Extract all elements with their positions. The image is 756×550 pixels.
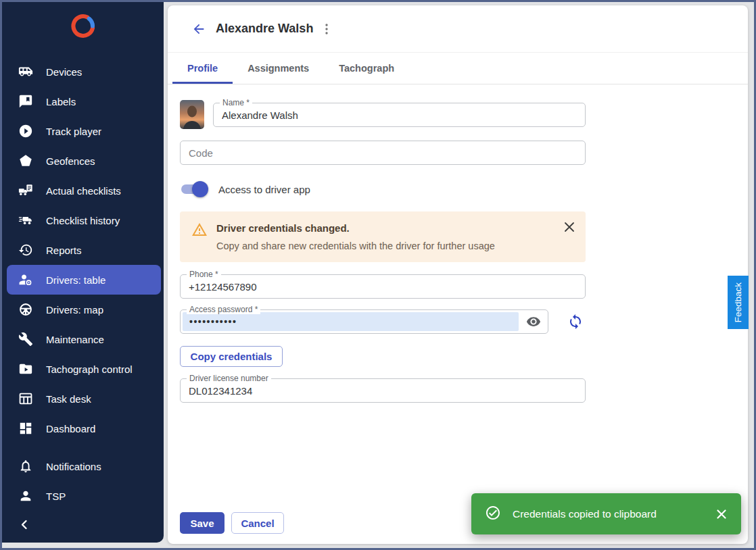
phone-field-label: Phone * <box>187 270 221 279</box>
sidebar-item-actual-checklists[interactable]: Actual checklists <box>2 176 164 205</box>
cancel-button[interactable]: Cancel <box>231 512 284 534</box>
save-button[interactable]: Save <box>180 512 225 534</box>
shuttle-truck-icon <box>18 64 33 79</box>
profile-form: Name * Access to driver app Dr <box>168 84 748 403</box>
back-button[interactable] <box>191 21 207 37</box>
warning-icon <box>191 222 208 251</box>
tab-tachograph[interactable]: Tachograph <box>324 53 409 84</box>
driver-app-toggle[interactable] <box>180 183 207 195</box>
tab-profile[interactable]: Profile <box>172 53 233 84</box>
dashboard-icon <box>18 421 33 436</box>
banner-close-icon[interactable] <box>563 221 575 233</box>
history-icon <box>18 243 33 257</box>
sidebar-item-notifications[interactable]: Notifications <box>2 451 164 481</box>
driver-avatar[interactable] <box>180 100 204 129</box>
banner-message: Copy and share new credentials with the … <box>216 241 495 251</box>
license-field-label: Driver license number <box>187 374 271 383</box>
phone-input[interactable] <box>189 281 577 293</box>
phone-field[interactable]: Phone * <box>180 274 586 299</box>
sidebar-item-geofences[interactable]: Geofences <box>2 146 164 176</box>
eye-icon[interactable] <box>519 310 548 333</box>
task-grid-icon <box>18 391 33 406</box>
license-input[interactable] <box>189 385 577 397</box>
page-title: Alexandre Walsh <box>216 22 313 36</box>
sidebar-item-drivers-map[interactable]: Drivers: map <box>2 295 164 324</box>
person-icon <box>18 489 33 503</box>
driver-header: Alexandre Walsh <box>168 5 748 53</box>
sidebar-item-checklist-history[interactable]: Checklist history <box>2 205 164 235</box>
chevron-left-icon <box>20 520 29 532</box>
app-window: Devices Labels Track player Geofences <box>0 0 756 550</box>
sidebar-item-label: Notifications <box>46 461 101 472</box>
password-row: Access password * ••••••••••• <box>180 309 736 334</box>
sidebar-item-track-player[interactable]: Track player <box>2 116 164 146</box>
sidebar-item-label: Tachograph control <box>46 364 133 375</box>
sidebar-item-label: Track player <box>46 126 101 137</box>
toast-close-icon[interactable] <box>714 507 729 522</box>
sidebar-item-label: TSP <box>46 491 66 502</box>
sidebar-item-reports[interactable]: Reports <box>2 235 164 265</box>
sidebar-item-label: Drivers: map <box>46 304 103 316</box>
wrench-icon <box>18 332 33 347</box>
driver-app-toggle-row: Access to driver app <box>180 181 586 197</box>
sidebar-item-maintenance[interactable]: Maintenance <box>2 324 164 354</box>
license-field[interactable]: Driver license number <box>180 378 586 403</box>
sidebar-collapse-button[interactable] <box>2 511 164 541</box>
main-panel: Alexandre Walsh Profile Assignments Tach… <box>168 5 748 544</box>
driver-badge-icon <box>18 272 33 287</box>
sidebar-item-label: Dashboard <box>46 423 95 434</box>
code-field[interactable] <box>180 141 586 165</box>
sidebar-item-drivers-table[interactable]: Drivers: table <box>7 265 161 295</box>
toast-message: Credentials copied to clipboard <box>513 508 657 520</box>
sidebar-item-tsp[interactable]: TSP <box>2 481 164 511</box>
kebab-menu-icon[interactable] <box>318 20 335 38</box>
sidebar-item-label: Geofences <box>46 155 95 167</box>
brand-logo-icon <box>69 12 97 43</box>
password-field-label: Access password * <box>187 305 260 314</box>
driver-app-toggle-label: Access to driver app <box>218 184 310 195</box>
code-input[interactable] <box>189 147 577 159</box>
name-input[interactable] <box>222 109 577 121</box>
sidebar-item-task-desk[interactable]: Task desk <box>2 384 164 414</box>
regenerate-password-icon[interactable] <box>567 313 584 330</box>
sidebar-item-devices[interactable]: Devices <box>2 57 164 86</box>
password-field[interactable]: Access password * ••••••••••• <box>180 309 548 334</box>
feedback-tab-label: Feedback <box>733 282 743 322</box>
steering-wheel-icon <box>18 302 33 317</box>
sidebar-footer: Notifications TSP <box>2 451 164 541</box>
sidebar-item-dashboard[interactable]: Dashboard <box>2 414 164 443</box>
sidebar-item-tachograph-control[interactable]: Tachograph control <box>2 354 164 384</box>
sidebar-item-label: Maintenance <box>46 334 104 345</box>
toggle-thumb <box>192 181 208 197</box>
sidebar-item-labels[interactable]: Labels <box>2 86 164 116</box>
name-field[interactable]: Name * <box>213 103 586 127</box>
sidebar-item-label: Task desk <box>46 393 91 405</box>
password-input[interactable]: ••••••••••• <box>183 312 519 331</box>
truck-speed-icon <box>18 213 33 228</box>
logo <box>2 2 164 53</box>
tab-assignments[interactable]: Assignments <box>233 53 324 84</box>
bell-icon <box>18 459 33 474</box>
success-toast: Credentials copied to clipboard <box>471 493 741 534</box>
sidebar-item-label: Actual checklists <box>46 185 121 197</box>
sidebar-item-label: Labels <box>46 96 76 107</box>
sidebar-item-label: Drivers: table <box>46 274 105 286</box>
banner-title: Driver credentials changed. <box>216 222 495 234</box>
sidebar-item-label: Checklist history <box>46 215 120 226</box>
folder-arrow-icon <box>18 361 33 376</box>
copy-credentials-button[interactable]: Copy credentials <box>180 346 283 367</box>
tab-bar: Profile Assignments Tachograph <box>168 53 748 84</box>
form-actions: Save Cancel <box>180 512 284 534</box>
play-circle-icon <box>18 124 33 139</box>
credentials-warning-banner: Driver credentials changed. Copy and sha… <box>180 211 586 262</box>
sidebar-item-label: Devices <box>46 66 82 78</box>
label-bubble-icon <box>18 94 33 109</box>
check-circle-icon <box>485 505 501 524</box>
sidebar-nav: Devices Labels Track player Geofences <box>2 53 164 541</box>
feedback-tab[interactable]: Feedback <box>728 276 749 329</box>
sidebar-item-label: Reports <box>46 245 82 256</box>
truck-document-icon <box>18 183 33 198</box>
sidebar: Devices Labels Track player Geofences <box>2 2 164 543</box>
pentagon-icon <box>18 153 33 168</box>
name-field-label: Name * <box>220 98 252 107</box>
